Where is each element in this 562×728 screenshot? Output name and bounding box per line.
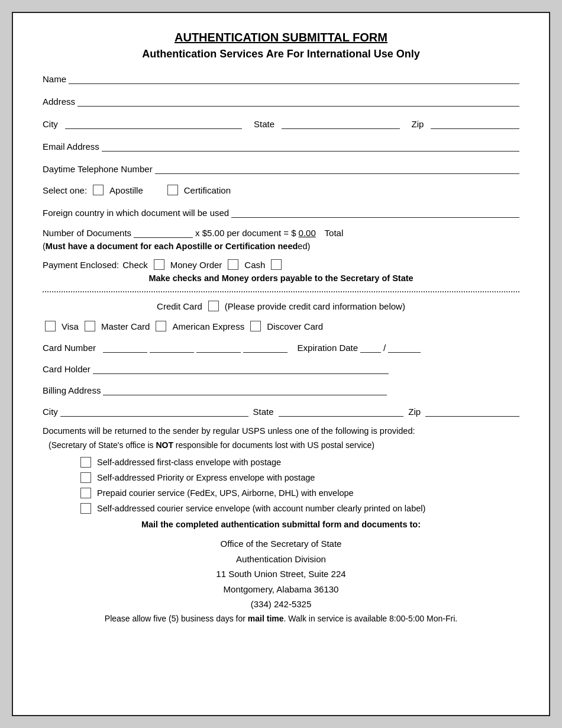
option-row-3: Prepaid courier service (FedEx, UPS, Air…: [43, 488, 519, 498]
city-label: City: [43, 119, 58, 129]
option-row-1: Self-addressed first-class envelope with…: [43, 457, 519, 468]
office-info: Office of the Secretary of State Authent…: [43, 536, 519, 626]
mastercard-label: Master Card: [101, 321, 150, 331]
zip-label: Zip: [412, 119, 424, 129]
cash-checkbox[interactable]: [271, 259, 282, 270]
address-row: Address: [43, 95, 519, 107]
num-docs-label: Number of Documents: [43, 228, 131, 238]
zip-input[interactable]: [431, 117, 519, 129]
foreign-country-input[interactable]: [231, 206, 519, 218]
visa-checkbox[interactable]: [45, 321, 56, 331]
visa-label: Visa: [62, 321, 79, 331]
money-order-label: Money Order: [170, 260, 222, 270]
apostille-checkbox[interactable]: [93, 185, 104, 195]
expiration-label: Expiration Date: [298, 343, 358, 353]
total-label: Total: [325, 228, 344, 238]
certification-label: Certification: [184, 185, 231, 195]
discover-label: Discover Card: [267, 321, 323, 331]
card-num-2[interactable]: [150, 341, 194, 353]
mastercard-checkbox[interactable]: [85, 321, 95, 331]
billing-address-input[interactable]: [103, 384, 387, 395]
check-checkbox[interactable]: [154, 259, 164, 270]
card-num-3[interactable]: [196, 341, 241, 353]
return-info-text: Documents will be returned to the sender…: [43, 426, 519, 436]
form-page: AUTHENTICATION SUBMITTAL FORM Authentica…: [12, 12, 550, 716]
card-types-row: Visa Master Card American Express Discov…: [43, 321, 519, 331]
state-label: State: [254, 119, 274, 129]
card-holder-input[interactable]: [93, 362, 389, 374]
name-input[interactable]: [69, 72, 519, 84]
credit-card-label: Credit Card: [157, 301, 202, 311]
card-holder-label: Card Holder: [43, 364, 91, 374]
option-row-2: Self-addressed Priority or Express envel…: [43, 472, 519, 483]
select-one-row: Select one: Apostille Certification: [43, 185, 519, 195]
foreign-country-label: Foreign country in which document will b…: [43, 208, 229, 218]
address-input[interactable]: [77, 95, 519, 107]
billing-city-input[interactable]: [60, 405, 248, 417]
amex-checkbox[interactable]: [156, 321, 166, 331]
must-have-text: (Must have a document for each Apostille…: [43, 241, 519, 251]
option2-checkbox[interactable]: [80, 472, 91, 483]
address-label: Address: [43, 96, 75, 107]
credit-card-section: Credit Card (Please provide credit card …: [43, 301, 519, 417]
option1-text: Self-addressed first-class envelope with…: [97, 458, 281, 467]
name-label: Name: [43, 74, 66, 84]
return-note: (Secretary of State's office is NOT resp…: [43, 440, 519, 450]
billing-state-input[interactable]: [279, 405, 404, 417]
payment-label: Payment Enclosed:: [43, 260, 119, 270]
total-value: 0.00: [299, 228, 322, 238]
billing-address-row: Billing Address: [43, 384, 519, 395]
billing-zip-input[interactable]: [425, 405, 519, 417]
option1-checkbox[interactable]: [80, 457, 91, 468]
num-docs-input[interactable]: [134, 226, 193, 238]
card-num-4[interactable]: [243, 341, 288, 353]
email-input[interactable]: [102, 140, 519, 152]
cash-label: Cash: [244, 260, 265, 270]
phone-row: Daytime Telephone Number: [43, 162, 519, 174]
card-num-1[interactable]: [103, 341, 147, 353]
name-row: Name: [43, 72, 519, 84]
exp-month[interactable]: [360, 341, 381, 353]
card-number-row: Card Number Expiration Date /: [43, 341, 519, 353]
option3-checkbox[interactable]: [80, 488, 91, 498]
discover-checkbox[interactable]: [250, 321, 261, 331]
option2-text: Self-addressed Priority or Express envel…: [97, 473, 315, 482]
exp-year[interactable]: [388, 341, 421, 353]
option4-text: Self-addressed courier service envelope …: [97, 504, 425, 513]
amex-label: American Express: [172, 321, 244, 331]
payment-row: Payment Enclosed: Check Money Order Cash: [43, 259, 519, 270]
phone-input[interactable]: [155, 162, 519, 174]
form-title: AUTHENTICATION SUBMITTAL FORM: [43, 31, 519, 44]
money-order-checkbox[interactable]: [228, 259, 238, 270]
card-number-label: Card Number: [43, 343, 96, 353]
billing-city-state-zip: City State Zip: [43, 405, 519, 417]
city-state-zip-row: City State Zip: [43, 117, 519, 129]
office-line5: (334) 242-5325: [43, 597, 519, 612]
mail-bold-text: Mail the completed authentication submit…: [43, 520, 519, 529]
option4-checkbox[interactable]: [80, 503, 91, 514]
credit-card-checkbox[interactable]: [208, 301, 219, 311]
billing-zip-label: Zip: [408, 407, 421, 417]
select-one-label: Select one:: [43, 185, 87, 195]
billing-city-label: City: [43, 407, 58, 417]
exp-slash: /: [383, 343, 386, 353]
office-line6-prefix: Please allow five (5) business days for: [105, 614, 248, 623]
certification-checkbox[interactable]: [167, 185, 178, 195]
office-line2: Authentication Division: [43, 552, 519, 567]
check-label: Check: [122, 260, 148, 270]
credit-card-note: (Please provide credit card information …: [225, 301, 405, 311]
state-input[interactable]: [282, 117, 399, 129]
email-label: Email Address: [43, 141, 99, 152]
card-holder-row: Card Holder: [43, 362, 519, 374]
section-divider: [43, 291, 519, 292]
billing-state-label: State: [253, 407, 274, 417]
office-line3: 11 South Union Street, Suite 224: [43, 566, 519, 582]
email-row: Email Address: [43, 140, 519, 152]
office-line6: Please allow five (5) business days for …: [43, 612, 519, 626]
office-line4: Montgomery, Alabama 36130: [43, 582, 519, 597]
foreign-country-row: Foreign country in which document will b…: [43, 206, 519, 218]
option3-text: Prepaid courier service (FedEx, UPS, Air…: [97, 488, 354, 498]
apostille-label: Apostille: [109, 185, 143, 195]
city-input[interactable]: [65, 117, 242, 129]
credit-card-row: Credit Card (Please provide credit card …: [43, 301, 519, 311]
